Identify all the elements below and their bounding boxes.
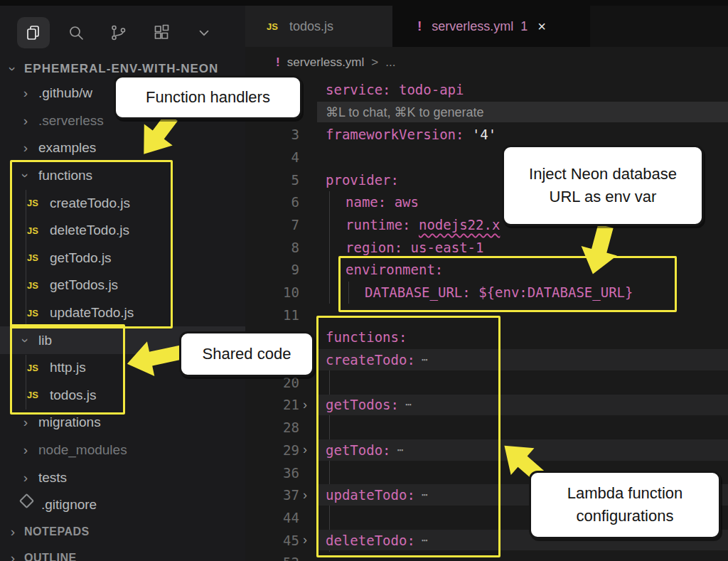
folded-code-ellipsis[interactable]: ⋯ xyxy=(397,444,405,456)
chevron-collapsed-icon xyxy=(18,415,33,430)
code-line-folded: 29getTodo:⋯ xyxy=(245,439,728,461)
code-line: 9environment: xyxy=(245,259,728,282)
js-file-icon: JS xyxy=(27,280,44,291)
tree-item-updateTodo-js[interactable]: JSupdateTodo.js xyxy=(0,299,245,327)
sidebar-section-outline[interactable]: OUTLINE xyxy=(0,545,245,561)
yaml-file-icon: ! xyxy=(417,18,422,34)
callout-shared-code: Shared code xyxy=(179,331,314,377)
js-file-icon: JS xyxy=(27,198,44,208)
chevron-collapsed-icon xyxy=(18,442,33,458)
callout-lambda-config: Lambda function configurations xyxy=(529,471,721,539)
chevron-expanded-icon xyxy=(6,61,20,77)
line-number: 10 xyxy=(245,284,299,300)
breadcrumb-separator: > xyxy=(371,55,378,70)
tree-item-examples[interactable]: examples xyxy=(0,134,245,162)
line-number: 36 xyxy=(245,465,299,481)
fold-chevron-icon[interactable] xyxy=(299,488,326,503)
tree-item-deleteTodo-js[interactable]: JSdeleteTodo.js xyxy=(0,217,245,245)
line-number: 5 xyxy=(245,172,299,188)
code-line: 10DATABASE_URL: ${env:DATABASE_URL} xyxy=(245,281,728,304)
search-icon[interactable] xyxy=(60,17,92,48)
activity-bar xyxy=(17,13,220,53)
yaml-file-icon: ! xyxy=(276,55,280,70)
code-line-folded: 21getTodos:⋯ xyxy=(245,394,728,417)
tree-item-gitignore[interactable]: .gitignore xyxy=(0,491,245,519)
explorer-icon[interactable] xyxy=(17,17,50,48)
line-number: 29 xyxy=(245,442,299,458)
tree-item-todos-js[interactable]: JStodos.js xyxy=(0,382,245,410)
line-number: 4 xyxy=(245,149,299,165)
folded-code-ellipsis[interactable]: ⋯ xyxy=(422,534,429,547)
tab-problem-badge: 1 xyxy=(520,19,528,34)
squiggle-error-text: nodejs22.x xyxy=(419,217,500,233)
code-line: 1service: todo-api xyxy=(245,78,728,101)
sidebar-section-notepads[interactable]: NOTEPADS xyxy=(0,519,245,545)
line-number: 28 xyxy=(245,420,299,435)
line-number: 37 xyxy=(245,487,299,503)
fold-chevron-icon[interactable] xyxy=(299,397,326,412)
line-number: 44 xyxy=(245,510,299,525)
line-number: 20 xyxy=(245,375,299,390)
tree-item-getTodo-js[interactable]: JSgetTodo.js xyxy=(0,245,245,272)
tab-bar: JS todos.js ! serverless.yml 1 × xyxy=(245,6,728,47)
chevron-down-icon[interactable] xyxy=(188,17,220,48)
line-number: 7 xyxy=(245,217,299,233)
line-number: 11 xyxy=(245,307,299,323)
js-file-icon: JS xyxy=(27,390,44,400)
tab-serverless-yml[interactable]: ! serverless.yml 1 × xyxy=(392,6,590,47)
code-line-folded: 13createTodo:⋯ xyxy=(245,348,728,371)
code-line: 11 xyxy=(245,304,728,326)
line-number: 3 xyxy=(245,127,299,142)
line-number: 8 xyxy=(245,240,299,255)
code-line: 28 xyxy=(245,416,728,439)
line-number: 52 xyxy=(245,555,299,561)
chevron-expanded-icon xyxy=(18,333,33,348)
chevron-collapsed-icon xyxy=(18,85,33,101)
folded-code-ellipsis[interactable]: ⋯ xyxy=(422,353,429,366)
fold-chevron-icon[interactable] xyxy=(299,442,326,457)
js-file-icon: JS xyxy=(27,225,44,236)
app-window: EPHEMERAL-ENV-WITH-NEON .github/w .serve… xyxy=(0,0,728,561)
callout-inject-env: Inject Neon database URL as env var xyxy=(502,145,704,226)
tree-item-functions[interactable]: functions xyxy=(0,162,245,190)
code-line: 8region: us-east-1 xyxy=(245,236,728,259)
chevron-expanded-icon xyxy=(18,168,33,183)
chevron-collapsed-icon xyxy=(18,113,33,129)
tree-item-tests[interactable]: tests xyxy=(0,464,245,491)
project-root-title: EPHEMERAL-ENV-WITH-NEON xyxy=(24,62,218,76)
file-tree: .github/w .serverless examples functions… xyxy=(0,80,245,561)
inline-ai-hint: 2⌘L to chat, ⌘K to generate xyxy=(245,101,728,124)
chevron-collapsed-icon xyxy=(18,140,33,156)
code-line: 20 xyxy=(245,371,728,394)
fold-chevron-icon[interactable] xyxy=(299,533,326,547)
breadcrumb-more[interactable]: ... xyxy=(385,55,395,70)
code-line: 12functions: xyxy=(245,326,728,349)
chevron-collapsed-icon xyxy=(6,550,20,561)
source-control-icon[interactable] xyxy=(102,17,135,48)
js-file-icon: JS xyxy=(27,308,44,319)
code-line: 3frameworkVersion: '4' xyxy=(245,123,728,146)
folded-code-ellipsis[interactable]: ⋯ xyxy=(405,398,412,411)
line-number: 9 xyxy=(245,262,299,277)
chevron-collapsed-icon xyxy=(18,470,33,486)
breadcrumb[interactable]: ! serverless.yml > ... xyxy=(245,47,728,78)
tree-item-getTodos-js[interactable]: JSgetTodos.js xyxy=(0,272,245,299)
tree-item-node-modules[interactable]: node_modules xyxy=(0,437,245,464)
close-icon[interactable]: × xyxy=(537,19,546,33)
tab-todos-js[interactable]: JS todos.js xyxy=(245,6,392,47)
tree-item-migrations[interactable]: migrations xyxy=(0,409,245,437)
js-file-icon: JS xyxy=(267,21,284,32)
tree-item-createTodo-js[interactable]: JScreateTodo.js xyxy=(0,189,245,217)
js-file-icon: JS xyxy=(27,363,44,373)
line-number: 45 xyxy=(245,533,299,548)
line-number: 6 xyxy=(245,194,299,210)
code-line: 52 xyxy=(245,551,728,561)
callout-function-handlers: Function handlers xyxy=(114,75,302,119)
folded-code-ellipsis[interactable]: ⋯ xyxy=(422,488,429,501)
js-file-icon: JS xyxy=(27,252,44,263)
chevron-collapsed-icon xyxy=(6,524,20,540)
extensions-icon[interactable] xyxy=(145,17,178,48)
line-number: 21 xyxy=(245,397,299,412)
